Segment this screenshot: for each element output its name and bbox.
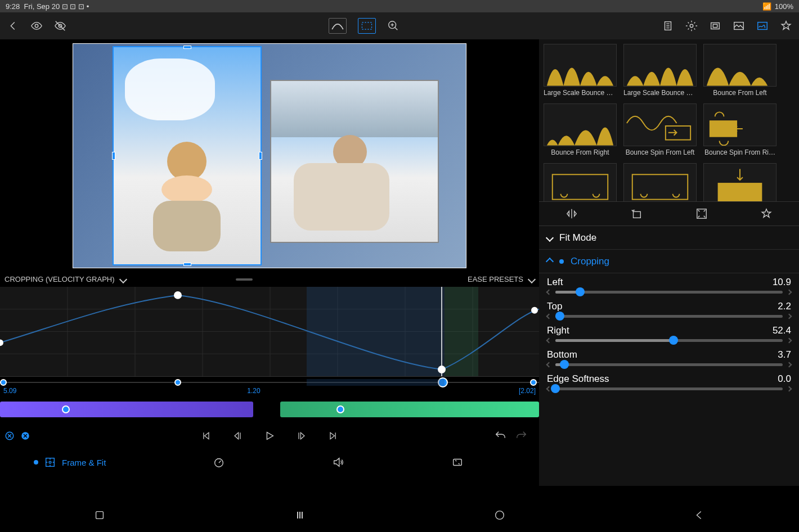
svg-point-44 [496,511,504,520]
prev-frame-icon[interactable] [232,430,243,441]
fit-icon[interactable] [695,208,708,220]
slider-prev-icon[interactable] [546,362,552,368]
chevron-up-icon [546,257,554,265]
eye-icon[interactable] [30,20,43,32]
preset-item[interactable] [623,163,697,201]
back-nav-icon[interactable] [693,509,706,521]
slider-prev-icon[interactable] [546,314,552,319]
preset-item[interactable] [544,163,617,201]
preview-viewport[interactable] [0,39,539,272]
mirror-icon[interactable] [565,208,578,220]
time-label: 1.20 [247,387,260,395]
eye-off-icon[interactable] [54,20,66,32]
status-bar: 9:28 Fri, Sep 20 ⊡ ⊡ ⊡ • 📶 100% [0,0,799,12]
aspect-icon[interactable] [709,20,721,32]
slider-value: 52.4 [773,325,791,336]
slider-next-icon[interactable] [787,290,792,295]
section-fit-mode[interactable]: Fit Mode [539,226,799,250]
slider-value: 3.7 [778,349,791,360]
preset-item[interactable]: Bounce Spin From Left [623,103,697,156]
delete-kf-icon[interactable] [5,431,15,441]
audio-icon[interactable] [332,456,344,468]
slider-track[interactable] [555,339,783,342]
rotate-icon[interactable] [630,208,643,220]
slider-thumb[interactable] [560,360,569,369]
frame-fit-icon[interactable] [44,456,56,468]
preset-item[interactable]: Large Scale Bounce From … [544,44,617,97]
slider-next-icon[interactable] [787,386,792,392]
preview-canvas [73,43,466,268]
select-tool-icon[interactable] [358,18,376,34]
slider-track[interactable] [555,363,783,366]
slider-thumb[interactable] [669,336,678,345]
keyframe-dot[interactable] [530,379,537,386]
preset-item[interactable] [703,163,776,201]
undo-icon[interactable] [494,430,506,442]
preset-item[interactable]: Large Scale Bounce From … [623,44,697,97]
preset-item[interactable]: Bounce From Right [544,103,617,156]
slider-thumb[interactable] [576,287,585,296]
svg-point-25 [438,366,446,373]
svg-point-26 [531,307,538,314]
play-icon[interactable] [263,430,276,442]
clip-track[interactable] [0,402,539,422]
graph-panel-icon[interactable] [756,20,769,32]
graph-title-dropdown-icon[interactable] [119,275,127,283]
delete-kf-fill-icon[interactable] [20,431,30,441]
layer-2[interactable] [270,80,439,243]
next-frame-icon[interactable] [296,430,307,441]
slider-thumb[interactable] [555,312,564,321]
star-tab-icon[interactable] [760,208,773,220]
slider-top: Top 2.2 [539,297,799,322]
svg-rect-32 [454,459,462,466]
home-icon[interactable] [493,509,506,521]
gallery-icon: ⊡ [70,2,76,11]
frame-fit-label[interactable]: Frame & Fit [62,458,106,467]
picture-icon[interactable] [733,20,745,32]
slider-label: Top [547,301,562,312]
gear-icon[interactable] [685,20,698,32]
slider-next-icon[interactable] [787,338,792,344]
keyframe-dot[interactable] [174,379,181,386]
slider-next-icon[interactable] [787,314,792,319]
clipboard-icon[interactable] [662,20,674,32]
recents-icon[interactable] [93,509,106,521]
slider-value: 2.2 [778,301,791,312]
slider-next-icon[interactable] [787,362,792,368]
slider-track[interactable] [555,315,783,318]
slider-prev-icon[interactable] [546,290,552,295]
slider-prev-icon[interactable] [546,338,552,344]
slider-track[interactable] [555,387,783,390]
star-icon[interactable] [780,20,792,32]
zoom-in-icon[interactable] [387,20,400,32]
chat2-icon: ⊡ [78,2,84,11]
svg-rect-6 [711,23,720,29]
graph-header: CROPPING (VELOCITY GRAPH) EASE PRESETS [0,272,539,287]
section-cropping[interactable]: Cropping [539,250,799,273]
redo-icon[interactable] [515,430,528,442]
ease-presets-dropdown-icon[interactable] [528,275,536,283]
playback-bar [0,422,539,450]
speed-icon[interactable] [213,456,225,468]
keyframe-ruler[interactable]: 5.09 1.20 [2.02] [0,377,539,399]
keyframe-dot[interactable] [0,379,7,386]
back-icon[interactable] [7,20,19,32]
effects-icon[interactable] [451,456,464,468]
velocity-graph[interactable] [0,287,539,377]
drag-handle-icon[interactable] [236,278,253,281]
recent-apps-icon[interactable] [293,510,307,520]
goto-end-icon[interactable] [327,430,339,441]
chat-icon: ⊡ [62,2,68,11]
layer-1-selected[interactable] [113,46,262,265]
clip-2[interactable] [280,402,539,417]
preset-item[interactable]: Bounce Spin From Ri… [703,103,776,156]
curve-tool-icon[interactable] [329,18,347,34]
slider-thumb[interactable] [551,384,560,393]
preset-item[interactable]: Bounce From Left [703,44,776,97]
slider-left: Left 10.9 [539,273,799,297]
slider-label: Right [547,325,569,336]
goto-start-icon[interactable] [200,430,212,441]
slider-track[interactable] [555,291,783,294]
slider-right: Right 52.4 [539,322,799,346]
clip-1[interactable] [0,402,253,417]
